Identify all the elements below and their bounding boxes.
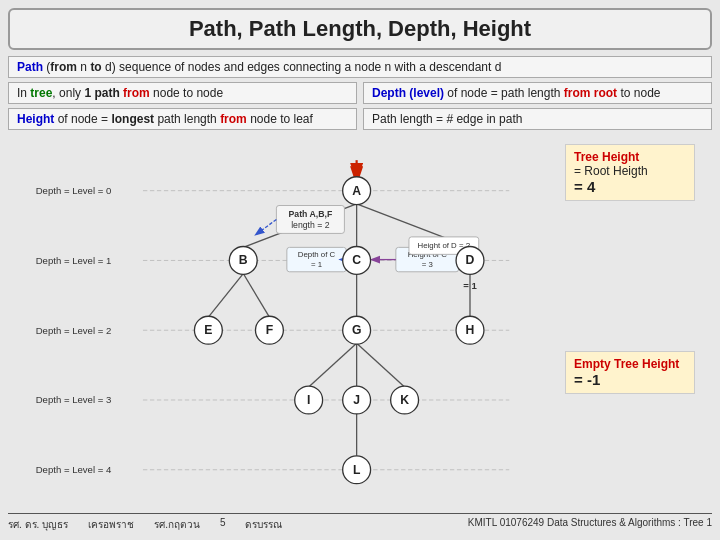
- tree-height-val: = 4: [574, 178, 686, 195]
- tree-svg: Depth = Level = 0 Depth = Level = 1 Dept…: [8, 134, 557, 509]
- depth-info: Depth (level) of node = path length from…: [363, 82, 712, 104]
- footer-author4: ดรบรรณ: [245, 517, 282, 532]
- footer-author3: รศ.กฤตวน: [154, 517, 200, 532]
- depth-c-val: = 1: [311, 260, 322, 269]
- node-I-label: I: [307, 393, 310, 407]
- footer-author1: รศ. ดร. บุญธร: [8, 517, 68, 532]
- depth-label-2: Depth = Level = 2: [36, 325, 112, 336]
- node-F-label: F: [266, 323, 273, 337]
- depth-label-0: Depth = Level = 0: [36, 185, 112, 196]
- tree-height-sub: = Root Heigth: [574, 164, 686, 178]
- svg-line-19: [256, 219, 276, 234]
- page-title: Path, Path Length, Depth, Height: [8, 8, 712, 50]
- node-G-label: G: [352, 323, 361, 337]
- empty-tree-box: Empty Tree Height = -1: [565, 351, 695, 394]
- depth-label-1: Depth = Level = 1: [36, 255, 112, 266]
- footer-page: 5: [220, 517, 226, 532]
- empty-tree-val: = -1: [574, 371, 686, 388]
- footer-course: KMITL 01076249 Data Structures & Algorit…: [468, 517, 712, 532]
- tree-path-info: In tree, only 1 path from node to node: [8, 82, 357, 104]
- svg-line-12: [309, 343, 357, 387]
- height-d-val: = 1: [463, 280, 477, 291]
- info-row-1: Path (from n to d) sequence of nodes and…: [8, 56, 712, 78]
- path-length-info: Path length = # edge in path: [363, 108, 712, 130]
- depth-label-3: Depth = Level = 3: [36, 394, 112, 405]
- tree-height-box: Tree Height = Root Heigth = 4: [565, 144, 695, 201]
- path-definition: Path (from n to d) sequence of nodes and…: [8, 56, 712, 78]
- empty-tree-label: Empty Tree Height: [574, 357, 686, 371]
- path-ann-label: Path A,B,F: [289, 209, 333, 219]
- info-row-3: Height of node = longest path length fro…: [8, 108, 712, 130]
- right-panel: Tree Height = Root Heigth = 4 Empty Tree…: [557, 134, 712, 509]
- svg-line-14: [357, 343, 405, 387]
- node-L-label: L: [353, 463, 361, 477]
- page: Path, Path Length, Depth, Height Path (f…: [0, 0, 720, 540]
- node-J-label: J: [353, 393, 360, 407]
- node-E-label: E: [204, 323, 212, 337]
- main-content: Depth = Level = 0 Depth = Level = 1 Dept…: [8, 134, 712, 509]
- svg-line-9: [243, 274, 269, 318]
- footer-authors: รศ. ดร. บุญธร เครอพราช รศ.กฤตวน 5 ดรบรรณ: [8, 517, 282, 532]
- footer: รศ. ดร. บุญธร เครอพราช รศ.กฤตวน 5 ดรบรรณ…: [8, 513, 712, 532]
- node-K-label: K: [400, 393, 409, 407]
- tree-height-label: Tree Height: [574, 150, 686, 164]
- tree-area: Depth = Level = 0 Depth = Level = 1 Dept…: [8, 134, 557, 509]
- node-B-label: B: [239, 253, 248, 267]
- node-D-label: D: [466, 253, 475, 267]
- svg-line-8: [208, 274, 243, 318]
- depth-label-4: Depth = Level = 4: [36, 464, 112, 475]
- height-c-val: = 3: [422, 260, 434, 269]
- height-info: Height of node = longest path length fro…: [8, 108, 357, 130]
- node-A-label: A: [352, 184, 361, 198]
- info-row-2: In tree, only 1 path from node to node D…: [8, 82, 712, 104]
- footer-author2: เครอพราช: [88, 517, 134, 532]
- node-C-label: C: [352, 253, 361, 267]
- path-ann-length: length = 2: [291, 220, 330, 230]
- depth-c-label: Depth of C: [298, 250, 336, 259]
- node-H-label: H: [466, 323, 475, 337]
